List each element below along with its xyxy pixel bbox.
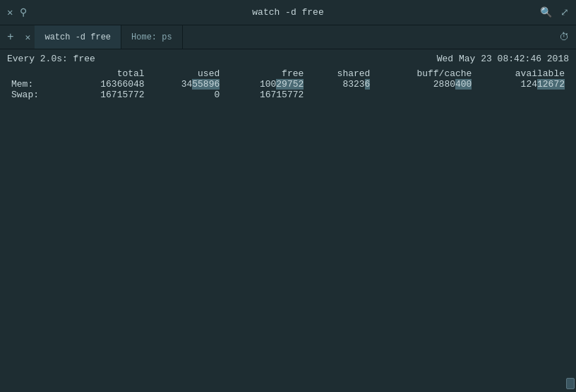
mem-free: 10029752 (224, 79, 308, 90)
pin-icon[interactable]: ⚲ (20, 6, 27, 18)
tab-label-1: watch -d free (44, 32, 111, 42)
mem-avail-plain: 124 (521, 79, 537, 90)
mem-total: 16366048 (65, 79, 149, 90)
mem-shared-hl: 6 (365, 79, 371, 90)
swap-used: 0 (149, 90, 224, 100)
mem-free-hl: 29752 (276, 79, 304, 90)
search-icon[interactable]: 🔍 (540, 6, 552, 18)
swap-free: 16715772 (224, 90, 308, 100)
datetime-display: Wed May 23 08:42:46 2018 (437, 54, 569, 64)
tab-home-ps[interactable]: Home: ps (121, 25, 183, 49)
window-title: watch -d free (252, 7, 323, 18)
every-line: Every 2.0s: free (7, 54, 95, 64)
col-header-free: free (224, 68, 308, 79)
mem-used: 3455896 (149, 79, 224, 90)
col-header-shared: shared (308, 68, 374, 79)
mem-shared-plain: 8323 (342, 79, 364, 90)
title-bar-left: ✕ ⚲ (7, 6, 27, 18)
scrollbar[interactable] (566, 378, 575, 389)
mem-buff-plain: 2880 (433, 79, 455, 90)
mem-used-plain: 34 (181, 79, 193, 90)
title-bar: ✕ ⚲ watch -d free 🔍 ⤢ (0, 0, 576, 25)
swap-row: Swap: 16715772 0 16715772 (7, 90, 569, 100)
col-header-label (7, 68, 65, 79)
mem-buff-hl: 400 (455, 79, 472, 90)
mem-used-hl: 55896 (192, 79, 220, 90)
memory-table: total used free shared buff/cache availa… (7, 68, 569, 100)
terminal-area: Every 2.0s: free Wed May 23 08:42:46 201… (0, 49, 576, 392)
tab-label-2: Home: ps (131, 32, 172, 42)
mem-free-plain: 100 (260, 79, 276, 90)
mem-row: Mem: 16366048 3455896 10029752 83236 288… (7, 79, 569, 90)
col-header-available: available (476, 68, 569, 79)
add-tab-button[interactable]: + (0, 25, 21, 49)
col-header-used: used (149, 68, 224, 79)
col-header-buff-cache: buff/cache (374, 68, 476, 79)
table-header-row: total used free shared buff/cache availa… (7, 68, 569, 79)
swap-available (476, 90, 569, 100)
mem-label: Mem: (7, 79, 65, 90)
swap-buff-cache (374, 90, 476, 100)
tab-watch-d-free[interactable]: watch -d free (35, 25, 121, 49)
tabs-bar: + ✕ watch -d free Home: ps ⏱ (0, 25, 576, 49)
swap-shared (308, 90, 374, 100)
mem-buff-cache: 2880400 (374, 79, 476, 90)
title-bar-right: 🔍 ⤢ (540, 6, 569, 18)
swap-total: 16715772 (65, 90, 149, 100)
col-header-total: total (65, 68, 149, 79)
tab-history-icon[interactable]: ⏱ (552, 32, 576, 43)
mem-avail-hl: 12672 (537, 79, 565, 90)
mem-available: 12412672 (476, 79, 569, 90)
mem-shared: 83236 (308, 79, 374, 90)
swap-label: Swap: (7, 90, 65, 100)
terminal-header: Every 2.0s: free Wed May 23 08:42:46 201… (7, 54, 569, 64)
maximize-icon[interactable]: ⤢ (560, 6, 569, 18)
close-icon[interactable]: ✕ (7, 6, 13, 18)
tab-close-x[interactable]: ✕ (21, 32, 35, 43)
